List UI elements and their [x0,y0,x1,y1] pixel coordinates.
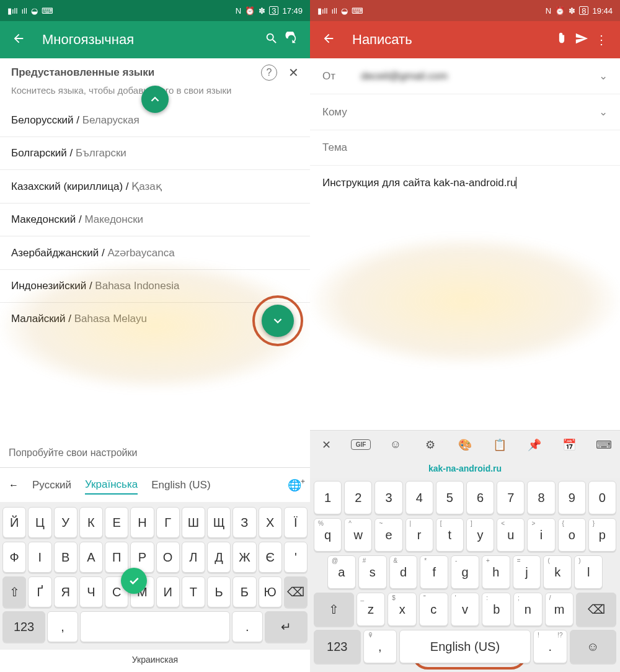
expand-button[interactable] [262,305,294,337]
send-icon[interactable] [572,32,591,48]
kb-tool-5[interactable]: 📋 [490,438,510,452]
key[interactable]: Г [156,507,180,538]
language-item[interactable]: Казахский (кириллица) / Қазақ [0,169,310,203]
key-space[interactable] [80,611,230,642]
key[interactable]: 3 [374,481,402,514]
key[interactable]: Ю [259,576,282,607]
key[interactable]: Я [54,576,78,607]
kb-tool-1[interactable]: GIF [351,439,371,450]
key[interactable]: 9 [558,481,586,514]
scroll-top-button[interactable] [141,86,169,113]
key[interactable]: &d [389,555,418,589]
key[interactable]: "c [419,593,448,626]
kb-tool-4[interactable]: 🎨 [455,438,475,452]
language-list[interactable]: Белорусский / БеларускаяБолгарский / Бъл… [0,104,310,439]
key[interactable]: [t [436,518,464,552]
key[interactable]: #s [358,555,387,589]
kb-tool-7[interactable]: 📅 [559,438,579,452]
key[interactable]: }p [588,518,616,552]
subject-row[interactable]: Тема [310,130,620,166]
help-icon[interactable]: ? [261,65,277,81]
key[interactable]: <u [497,518,525,552]
kb-back-icon[interactable]: ← [9,480,19,491]
key[interactable]: >i [527,518,555,552]
key[interactable]: 4 [405,481,433,514]
kb-lang-english[interactable]: English (US) [151,479,210,491]
more-icon[interactable]: ⋮ [591,32,611,47]
key[interactable]: И [156,576,180,607]
kb-tool-0[interactable]: ✕ [316,438,336,452]
key[interactable]: 1 [314,481,342,514]
key[interactable]: 6 [466,481,494,514]
key[interactable]: 2 [344,481,372,514]
key[interactable]: =j [513,555,541,589]
search-icon[interactable] [262,32,281,48]
key[interactable]: Д [207,542,231,573]
close-icon[interactable]: ✕ [288,65,299,80]
key[interactable]: Й [2,507,26,538]
key-comma[interactable]: 🎙, [363,630,397,663]
key-numbers[interactable]: 123 [314,630,361,663]
key[interactable]: ⇧ [2,576,26,607]
key[interactable]: 8 [527,481,555,514]
chevron-down-icon[interactable]: ⌄ [599,105,608,119]
key[interactable]: Ч [79,576,103,607]
kb-lang-russian[interactable]: Русский [32,479,71,491]
key[interactable]: Ї [284,507,308,538]
chevron-down-icon[interactable]: ⌄ [599,69,608,83]
key[interactable]: І [28,542,51,573]
from-row[interactable]: От deceit@gmail.com ⌄ [310,58,620,94]
language-item[interactable]: Македонский / Македонски [0,203,310,236]
key[interactable]: Х [259,507,282,538]
key[interactable]: Ф [2,542,26,573]
key[interactable]: {o [558,518,586,552]
key[interactable]: 7 [497,481,525,514]
key[interactable]: К [79,507,103,538]
key[interactable]: 0 [588,481,616,514]
kb-lang-ukrainian[interactable]: Українська [85,478,138,495]
kb-tool-3[interactable]: ⚙ [420,438,440,452]
key-space[interactable]: English (US) [399,630,531,663]
key[interactable]: ]y [466,518,494,552]
key-dot[interactable]: !!?. [533,630,567,663]
key[interactable]: А [79,542,103,573]
key[interactable]: Ж [232,542,256,573]
key[interactable]: Ш [182,507,205,538]
key[interactable]: Ц [28,507,51,538]
key[interactable]: ^w [344,518,372,552]
key[interactable]: ⌫ [576,593,616,626]
key[interactable]: В [54,542,78,573]
key[interactable]: %q [314,518,342,552]
key[interactable]: (k [543,555,572,589]
key[interactable]: 'v [451,593,480,626]
key[interactable]: *f [420,555,448,589]
key-numbers[interactable]: 123 [2,611,45,642]
key[interactable]: ' [284,542,308,573]
key[interactable]: З [232,507,256,538]
body-text[interactable]: Инструкция для сайта kak-na-android.ru [310,166,620,200]
to-row[interactable]: Кому ⌄ [310,94,620,130]
key[interactable]: /m [545,593,574,626]
key[interactable]: Ґ [28,576,51,607]
language-item[interactable]: Индонезийский / Bahasa Indonesia [0,269,310,302]
key-dot[interactable]: . [232,611,263,642]
key[interactable]: Є [259,542,282,573]
language-item[interactable]: Болгарский / Български [0,137,310,169]
key[interactable]: |r [405,518,433,552]
kb-tool-6[interactable]: 📌 [525,438,544,452]
key[interactable]: Б [232,576,256,607]
key-enter[interactable]: ↵ [265,611,308,642]
globe-icon[interactable]: 🌐+ [288,478,301,492]
back-icon[interactable] [319,32,339,48]
key[interactable]: ;n [513,593,542,626]
key[interactable]: ⌫ [284,576,308,607]
key[interactable]: -g [451,555,479,589]
attach-icon[interactable] [552,32,572,48]
refresh-icon[interactable] [281,32,301,48]
key-emoji[interactable]: ☺ [570,630,617,663]
key[interactable]: _z [356,593,386,626]
kb-tool-8[interactable]: ⌨ [594,438,614,452]
back-icon[interactable] [9,32,29,48]
key[interactable]: ~e [374,518,402,552]
key[interactable]: ⇧ [314,593,354,626]
